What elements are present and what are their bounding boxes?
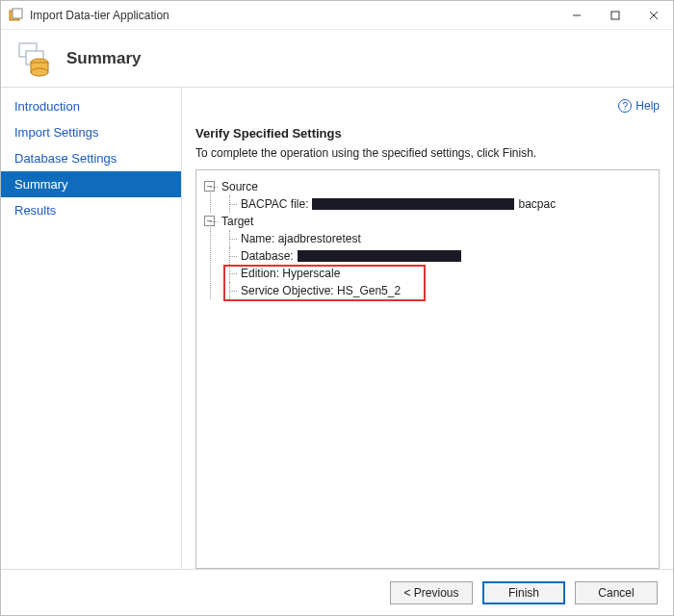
- database-label: Database:: [241, 247, 294, 265]
- sidebar-item-introduction[interactable]: Introduction: [1, 93, 181, 119]
- tree-label-source: Source: [221, 178, 653, 195]
- redacted-database-name: [298, 250, 461, 262]
- sidebar: Introduction Import Settings Database Se…: [1, 88, 182, 569]
- window-title: Import Data-tier Application: [30, 9, 557, 22]
- help-bar: ? Help: [195, 95, 660, 116]
- previous-button[interactable]: < Previous: [390, 581, 473, 604]
- tree-leaf-name: Name: ajadbrestoretest: [221, 230, 653, 247]
- minimize-button[interactable]: [557, 1, 596, 29]
- tree-leaf-edition: Edition: Hyperscale: [221, 265, 653, 282]
- close-button[interactable]: [635, 1, 673, 29]
- help-label: Help: [635, 99, 660, 113]
- app-icon: [9, 8, 24, 23]
- sidebar-item-database-settings[interactable]: Database Settings: [1, 145, 181, 171]
- maximize-button[interactable]: [596, 1, 635, 29]
- svg-rect-1: [13, 9, 22, 18]
- header: Summary: [1, 30, 673, 88]
- svg-point-10: [31, 68, 48, 76]
- sidebar-item-summary[interactable]: Summary: [1, 171, 181, 197]
- tree-leaf-service: Service Objective: HS_Gen5_2: [221, 282, 653, 299]
- tree-leaf-database: Database:: [221, 247, 653, 265]
- sidebar-item-results[interactable]: Results: [1, 197, 181, 223]
- tree-node-target[interactable]: – Target Name: ajadbrestoretest Database…: [202, 213, 653, 299]
- bacpac-suffix: bacpac: [518, 195, 556, 213]
- tree-node-source[interactable]: – Source BACPAC file: bacpac: [202, 178, 653, 213]
- summary-icon: [16, 39, 55, 78]
- collapse-icon[interactable]: –: [204, 181, 215, 192]
- sidebar-item-import-settings[interactable]: Import Settings: [1, 119, 181, 145]
- settings-tree: – Source BACPAC file: bacpac: [195, 169, 660, 569]
- section-title: Verify Specified Settings: [195, 126, 660, 141]
- help-icon: ?: [618, 99, 632, 113]
- dialog-window: Import Data-tier Application Summary: [0, 0, 674, 616]
- help-link[interactable]: ? Help: [618, 95, 660, 116]
- target-name-row: Name: ajadbrestoretest: [241, 230, 653, 247]
- body: Introduction Import Settings Database Se…: [1, 88, 673, 569]
- titlebar: Import Data-tier Application: [1, 1, 673, 30]
- button-bar: < Previous Finish Cancel: [1, 569, 673, 615]
- instruction-text: To complete the operation using the spec…: [195, 146, 660, 160]
- redacted-bacpac-path: [312, 198, 514, 210]
- finish-button[interactable]: Finish: [482, 581, 565, 604]
- target-edition-row: Edition: Hyperscale: [241, 265, 653, 282]
- collapse-icon[interactable]: –: [204, 216, 215, 226]
- cancel-button[interactable]: Cancel: [575, 581, 658, 604]
- window-controls: [557, 1, 673, 29]
- tree-leaf-bacpac: BACPAC file: bacpac: [221, 195, 653, 213]
- tree-label-target: Target: [221, 213, 653, 230]
- bacpac-label: BACPAC file:: [241, 195, 308, 213]
- page-title: Summary: [66, 49, 141, 68]
- main-pane: ? Help Verify Specified Settings To comp…: [182, 88, 673, 569]
- target-service-row: Service Objective: HS_Gen5_2: [241, 282, 653, 299]
- svg-rect-3: [611, 12, 619, 19]
